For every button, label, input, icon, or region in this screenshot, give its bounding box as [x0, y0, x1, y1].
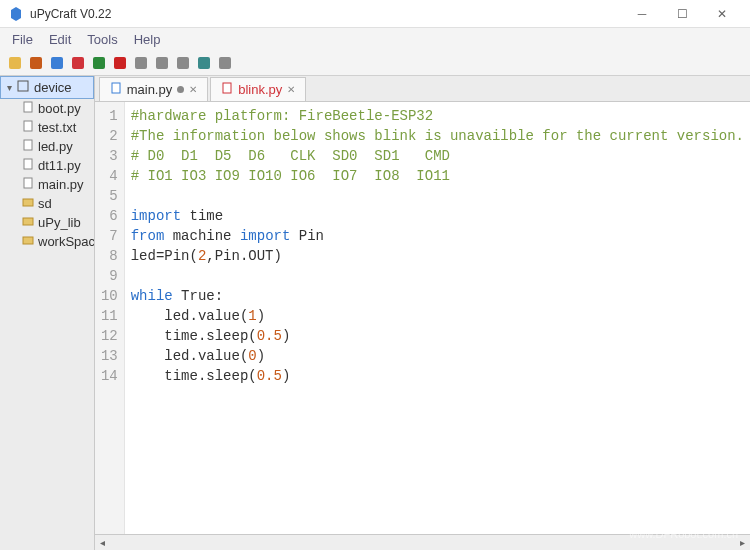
- tree-item-label: main.py: [38, 177, 84, 192]
- svg-rect-4: [93, 57, 105, 69]
- window-title: uPyCraft V0.22: [30, 7, 622, 21]
- file-icon: [221, 82, 233, 97]
- tab-label: main.py: [127, 82, 173, 97]
- tree-item[interactable]: led.py: [0, 137, 94, 156]
- svg-rect-19: [23, 237, 33, 244]
- tree-item-label: uPy_lib: [38, 215, 81, 230]
- svg-rect-20: [112, 83, 120, 93]
- file-icon: [22, 215, 34, 230]
- tree-item-label: workSpace: [38, 234, 95, 249]
- tree-item-label: boot.py: [38, 101, 81, 116]
- svg-rect-16: [24, 178, 32, 188]
- tree-item-label: sd: [38, 196, 52, 211]
- svg-rect-1: [30, 57, 42, 69]
- svg-rect-9: [198, 57, 210, 69]
- tree-item[interactable]: main.py: [0, 175, 94, 194]
- download-icon[interactable]: [69, 54, 87, 72]
- svg-rect-3: [72, 57, 84, 69]
- tree-item[interactable]: test.txt: [0, 118, 94, 137]
- device-icon: [16, 79, 30, 96]
- editor-tab[interactable]: blink.py✕: [210, 77, 306, 101]
- svg-rect-5: [114, 57, 126, 69]
- svg-rect-2: [51, 57, 63, 69]
- tree-item[interactable]: boot.py: [0, 99, 94, 118]
- line-gutter: 1234567891011121314: [95, 102, 125, 534]
- maximize-button[interactable]: ☐: [662, 0, 702, 28]
- tree-item[interactable]: uPy_lib: [0, 213, 94, 232]
- connect-icon[interactable]: [132, 54, 150, 72]
- save-icon[interactable]: [48, 54, 66, 72]
- editor-column: main.py✕blink.py✕ 1234567891011121314 #h…: [95, 76, 750, 550]
- tree-item[interactable]: sd: [0, 194, 94, 213]
- title-bar: uPyCraft V0.22 ─ ☐ ✕: [0, 0, 750, 28]
- app-icon: [8, 6, 24, 22]
- file-icon: [22, 196, 34, 211]
- tree-item-label: led.py: [38, 139, 73, 154]
- file-icon: [22, 158, 34, 173]
- tree-item[interactable]: dt11.py: [0, 156, 94, 175]
- file-icon: [22, 120, 34, 135]
- svg-rect-0: [9, 57, 21, 69]
- tab-close-icon[interactable]: ✕: [287, 84, 295, 95]
- file-tree: ▾ device boot.pytest.txtled.pydt11.pymai…: [0, 76, 95, 550]
- tab-close-icon[interactable]: ✕: [189, 84, 197, 95]
- tree-root-label: device: [34, 80, 72, 95]
- svg-rect-10: [219, 57, 231, 69]
- open-icon[interactable]: [27, 54, 45, 72]
- stop-icon[interactable]: [111, 54, 129, 72]
- file-icon: [22, 139, 34, 154]
- file-icon: [22, 234, 34, 249]
- tree-item-label: test.txt: [38, 120, 76, 135]
- dirty-indicator-icon: [177, 86, 184, 93]
- svg-rect-21: [223, 83, 231, 93]
- menu-bar: File Edit Tools Help: [0, 28, 750, 50]
- tree-item-label: dt11.py: [38, 158, 81, 173]
- new-icon[interactable]: [6, 54, 24, 72]
- menu-file[interactable]: File: [4, 30, 41, 49]
- redo-icon[interactable]: [174, 54, 192, 72]
- svg-rect-6: [135, 57, 147, 69]
- code-editor[interactable]: 1234567891011121314 #hardware platform: …: [95, 102, 750, 534]
- file-icon: [22, 101, 34, 116]
- svg-rect-17: [23, 199, 33, 206]
- svg-rect-18: [23, 218, 33, 225]
- clear-icon[interactable]: [216, 54, 234, 72]
- tree-item[interactable]: workSpace: [0, 232, 94, 251]
- code-content[interactable]: #hardware platform: FireBeetle-ESP32#The…: [125, 102, 750, 534]
- tree-root-device[interactable]: ▾ device: [0, 76, 94, 99]
- tab-label: blink.py: [238, 82, 282, 97]
- menu-tools[interactable]: Tools: [79, 30, 125, 49]
- svg-rect-15: [24, 159, 32, 169]
- close-button[interactable]: ✕: [702, 0, 742, 28]
- workspace: ▾ device boot.pytest.txtled.pydt11.pymai…: [0, 76, 750, 550]
- chevron-down-icon: ▾: [7, 82, 12, 93]
- svg-rect-8: [177, 57, 189, 69]
- svg-rect-13: [24, 121, 32, 131]
- svg-rect-11: [18, 81, 28, 91]
- horizontal-scrollbar[interactable]: ◂ ▸: [95, 534, 750, 550]
- file-icon: [22, 177, 34, 192]
- svg-rect-12: [24, 102, 32, 112]
- editor-tab[interactable]: main.py✕: [99, 77, 209, 101]
- scroll-left-icon[interactable]: ◂: [95, 537, 111, 548]
- toolbar: [0, 50, 750, 76]
- check-icon[interactable]: [195, 54, 213, 72]
- run-icon[interactable]: [90, 54, 108, 72]
- svg-rect-7: [156, 57, 168, 69]
- menu-edit[interactable]: Edit: [41, 30, 79, 49]
- menu-help[interactable]: Help: [126, 30, 169, 49]
- file-icon: [110, 82, 122, 97]
- svg-rect-14: [24, 140, 32, 150]
- tab-bar: main.py✕blink.py✕: [95, 76, 750, 102]
- undo-icon[interactable]: [153, 54, 171, 72]
- minimize-button[interactable]: ─: [622, 0, 662, 28]
- scroll-right-icon[interactable]: ▸: [734, 537, 750, 548]
